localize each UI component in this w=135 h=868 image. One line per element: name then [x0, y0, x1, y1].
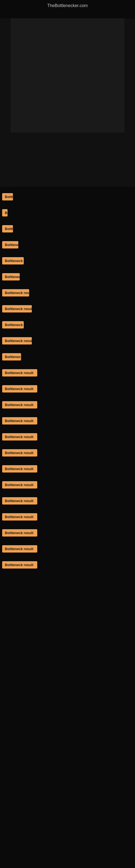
- bottleneck-row: Bottleneck result: [0, 528, 135, 541]
- chart-area: [0, 19, 135, 187]
- bottleneck-row: Bottleneck result: [0, 400, 135, 413]
- bottleneck-result-badge[interactable]: Bottleneck result: [2, 321, 24, 329]
- bottleneck-row: Bottleneck result: [0, 432, 135, 445]
- bottleneck-row: Bottleneck result: [0, 496, 135, 509]
- bottleneck-result-badge[interactable]: Bottleneck result: [2, 241, 18, 248]
- bottleneck-result-badge[interactable]: Bottleneck result: [2, 561, 37, 568]
- bottleneck-result-badge[interactable]: Bottleneck result: [2, 353, 21, 361]
- bottleneck-row: Bottleneck result: [0, 416, 135, 429]
- bottleneck-row: Bottleneck result: [0, 240, 135, 253]
- bottleneck-row: Bottleneck result: [0, 480, 135, 493]
- bottleneck-row: Bottleneck result: [0, 320, 135, 333]
- bottleneck-row: Bottleneck result: [0, 288, 135, 301]
- bottleneck-result-badge[interactable]: Bottleneck result: [2, 433, 37, 440]
- bottleneck-row: Bottleneck result: [0, 448, 135, 461]
- bottleneck-result-badge[interactable]: Bottleneck result: [2, 305, 32, 312]
- bottleneck-result-badge[interactable]: Bottleneck result: [2, 529, 37, 536]
- bottleneck-result-badge[interactable]: Bottleneck result: [2, 417, 37, 425]
- bottleneck-result-badge[interactable]: Bottleneck result: [2, 481, 37, 489]
- bottleneck-result-badge[interactable]: Bottleneck result: [2, 497, 37, 504]
- bottleneck-row: Bottleneck result: [0, 368, 135, 381]
- bottleneck-row: Bottleneck result: [0, 544, 135, 557]
- bottleneck-row: Bottleneck result: [0, 384, 135, 397]
- bottleneck-result-badge[interactable]: Bottleneck result: [2, 209, 8, 216]
- bottleneck-row: Bottleneck result: [0, 192, 135, 205]
- chart-inner: [11, 19, 124, 132]
- bottleneck-row: Bottleneck result: [0, 272, 135, 285]
- bottleneck-result-badge[interactable]: Bottleneck result: [2, 225, 13, 232]
- results-section: Bottleneck resultBottleneck resultBottle…: [0, 187, 135, 574]
- bottleneck-row: Bottleneck result: [0, 336, 135, 349]
- bottleneck-result-badge[interactable]: Bottleneck result: [2, 337, 32, 344]
- bottleneck-row: Bottleneck result: [0, 352, 135, 365]
- bottleneck-result-badge[interactable]: Bottleneck result: [2, 449, 37, 457]
- bottleneck-result-badge[interactable]: Bottleneck result: [2, 465, 37, 472]
- bottleneck-row: Bottleneck result: [0, 256, 135, 269]
- bottleneck-row: Bottleneck result: [0, 208, 135, 221]
- bottleneck-row: Bottleneck result: [0, 224, 135, 237]
- bottleneck-row: Bottleneck result: [0, 560, 135, 574]
- bottleneck-result-badge[interactable]: Bottleneck result: [2, 401, 37, 408]
- bottleneck-result-badge[interactable]: Bottleneck result: [2, 193, 13, 200]
- bottleneck-result-badge[interactable]: Bottleneck result: [2, 257, 24, 265]
- bottleneck-result-badge[interactable]: Bottleneck result: [2, 513, 37, 521]
- bottleneck-row: Bottleneck result: [0, 464, 135, 477]
- bottleneck-result-badge[interactable]: Bottleneck result: [2, 369, 37, 376]
- bottleneck-result-badge[interactable]: Bottleneck result: [2, 273, 20, 280]
- bottleneck-row: Bottleneck result: [0, 512, 135, 525]
- bottleneck-result-badge[interactable]: Bottleneck result: [2, 545, 37, 553]
- site-title: TheBottlenecker.com: [0, 0, 135, 10]
- bottleneck-row: Bottleneck result: [0, 304, 135, 317]
- bottleneck-result-badge[interactable]: Bottleneck result: [2, 385, 37, 393]
- bottleneck-result-badge[interactable]: Bottleneck result: [2, 289, 29, 297]
